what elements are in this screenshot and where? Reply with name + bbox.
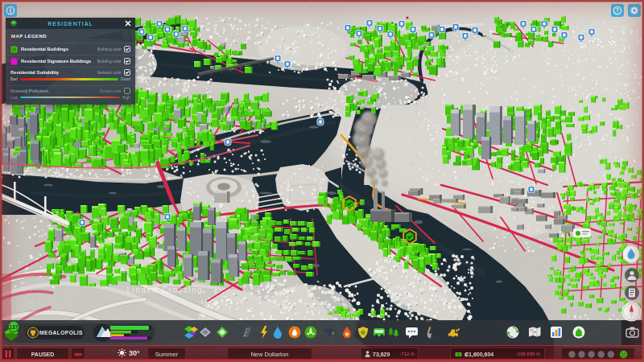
svg-text:Linden Crossing: Linden Crossing [127, 286, 204, 294]
svg-text:?: ? [616, 6, 620, 14]
